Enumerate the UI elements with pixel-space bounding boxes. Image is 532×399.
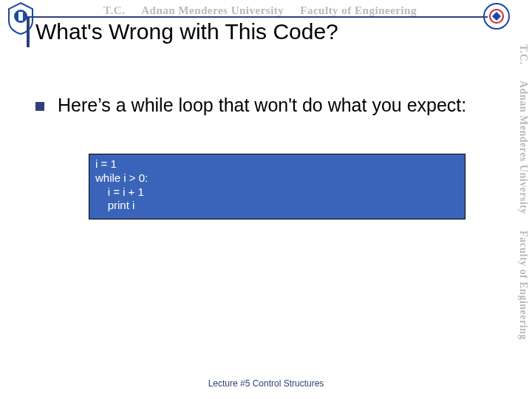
watermark-right-uni: Adnan Menderes University bbox=[510, 81, 529, 214]
svg-rect-1 bbox=[18, 12, 23, 21]
slide-title: What's Wrong with This Code? bbox=[35, 19, 338, 44]
watermark-fac: Faculty of Engineering bbox=[300, 4, 417, 17]
university-logo-left-icon bbox=[6, 1, 35, 35]
watermark-right: T.C. Adnan Menderes University Faculty o… bbox=[510, 44, 529, 392]
watermark-right-tc: T.C. bbox=[510, 44, 529, 64]
watermark-right-fac: Faculty of Engineering bbox=[510, 231, 529, 340]
watermark-uni: Adnan Menderes University bbox=[141, 4, 284, 17]
code-block: i = 1 while i > 0: i = i + 1 print i bbox=[89, 154, 466, 219]
title-rule bbox=[27, 16, 488, 18]
bullet-text: Here’s a while loop that won't do what y… bbox=[58, 95, 466, 117]
slide-body: Here’s a while loop that won't do what y… bbox=[35, 95, 480, 117]
bullet-square-icon bbox=[35, 102, 44, 111]
title-accent-bar bbox=[27, 16, 30, 47]
code-line-3: i = i + 1 bbox=[95, 185, 144, 198]
slide-footer: Lecture #5 Control Structures bbox=[0, 378, 532, 389]
code-line-1: i = 1 bbox=[95, 157, 117, 170]
watermark-top: T.C. Adnan Menderes University Faculty o… bbox=[103, 4, 488, 17]
slide: T.C. Adnan Menderes University Faculty o… bbox=[0, 0, 532, 399]
code-line-2: while i > 0: bbox=[95, 171, 148, 184]
watermark-tc: T.C. bbox=[103, 4, 125, 17]
bullet-item: Here’s a while loop that won't do what y… bbox=[35, 95, 480, 117]
university-logo-right-icon bbox=[482, 1, 511, 35]
code-line-4: print i bbox=[95, 199, 134, 211]
